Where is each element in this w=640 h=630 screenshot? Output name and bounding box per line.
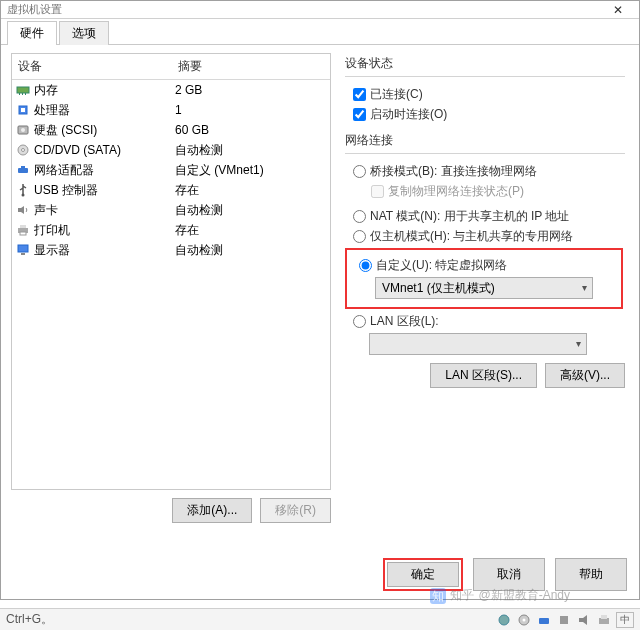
close-icon[interactable]: ✕ [603, 3, 633, 17]
tray-disk-icon[interactable] [496, 612, 512, 628]
device-summary: 存在 [171, 182, 330, 199]
bridged-label: 桥接模式(B): 直接连接物理网络 [370, 163, 537, 180]
lan-segment-select: ▾ [369, 333, 587, 355]
col-device: 设备 [12, 54, 172, 79]
titlebar: 虚拟机设置 ✕ [1, 1, 639, 19]
add-button[interactable]: 添加(A)... [172, 498, 252, 523]
device-row[interactable]: CD/DVD (SATA)自动检测 [12, 140, 330, 160]
svg-rect-18 [21, 253, 25, 255]
nat-label: NAT 模式(N): 用于共享主机的 IP 地址 [370, 208, 569, 225]
connect-on-start-input[interactable] [353, 108, 366, 121]
svg-rect-17 [18, 245, 28, 252]
custom-radio[interactable]: 自定义(U): 特定虚拟网络 [359, 257, 615, 274]
device-row[interactable]: 处理器1 [12, 100, 330, 120]
lan-segment-radio[interactable]: LAN 区段(L): [353, 313, 625, 330]
svg-rect-10 [18, 168, 28, 173]
device-rows: 内存2 GB处理器1硬盘 (SCSI)60 GBCD/DVD (SATA)自动检… [12, 80, 330, 260]
svg-point-7 [21, 128, 25, 132]
device-name: 硬盘 (SCSI) [34, 122, 171, 139]
svg-rect-25 [560, 616, 568, 624]
network-connection-legend: 网络连接 [345, 132, 625, 149]
svg-rect-15 [20, 225, 26, 228]
device-row[interactable]: 内存2 GB [12, 80, 330, 100]
connect-on-start-checkbox[interactable]: 启动时连接(O) [353, 106, 625, 123]
connect-on-start-label: 启动时连接(O) [370, 106, 447, 123]
device-row[interactable]: USB 控制器存在 [12, 180, 330, 200]
device-name: USB 控制器 [34, 182, 171, 199]
nat-radio[interactable]: NAT 模式(N): 用于共享主机的 IP 地址 [353, 208, 625, 225]
device-row[interactable]: 网络适配器自定义 (VMnet1) [12, 160, 330, 180]
device-status-group: 设备状态 已连接(C) 启动时连接(O) [345, 55, 625, 126]
device-summary: 存在 [171, 222, 330, 239]
help-button[interactable]: 帮助 [555, 558, 627, 591]
device-list: 设备 摘要 内存2 GB处理器1硬盘 (SCSI)60 GBCD/DVD (SA… [11, 53, 331, 490]
right-pane: 设备状态 已连接(C) 启动时连接(O) 网络连接 [331, 53, 629, 523]
connected-label: 已连接(C) [370, 86, 423, 103]
tray-cd-icon[interactable] [516, 612, 532, 628]
device-name: 处理器 [34, 102, 171, 119]
cancel-button[interactable]: 取消 [473, 558, 545, 591]
statusbar-text: Ctrl+G。 [6, 611, 53, 628]
ok-highlight-box: 确定 [383, 558, 463, 591]
chevron-down-icon: ▾ [576, 338, 581, 349]
tabstrip: 硬件 选项 [1, 19, 639, 45]
device-status-legend: 设备状态 [345, 55, 625, 72]
left-pane: 设备 摘要 内存2 GB处理器1硬盘 (SCSI)60 GBCD/DVD (SA… [11, 53, 331, 523]
device-row[interactable]: 打印机存在 [12, 220, 330, 240]
device-summary: 自动检测 [171, 242, 330, 259]
nat-input[interactable] [353, 210, 366, 223]
memory-icon [15, 82, 31, 98]
lan-segments-button[interactable]: LAN 区段(S)... [430, 363, 537, 388]
display-icon [15, 242, 31, 258]
statusbar: Ctrl+G。 中 [0, 608, 640, 630]
replicate-input [371, 185, 384, 198]
tab-hardware[interactable]: 硬件 [7, 21, 57, 45]
tray-lang-indicator[interactable]: 中 [616, 612, 634, 628]
ok-button[interactable]: 确定 [387, 562, 459, 587]
device-row[interactable]: 显示器自动检测 [12, 240, 330, 260]
device-row[interactable]: 声卡自动检测 [12, 200, 330, 220]
lan-segment-input[interactable] [353, 315, 366, 328]
svg-point-12 [22, 194, 25, 197]
custom-network-select[interactable]: VMnet1 (仅主机模式) ▾ [375, 277, 593, 299]
svg-rect-11 [21, 166, 25, 168]
svg-rect-16 [20, 232, 26, 235]
hostonly-label: 仅主机模式(H): 与主机共享的专用网络 [370, 228, 573, 245]
hostonly-input[interactable] [353, 230, 366, 243]
vm-settings-dialog: 虚拟机设置 ✕ 硬件 选项 设备 摘要 内存2 GB处理器1硬盘 (SCSI)6… [0, 0, 640, 600]
custom-highlight-box: 自定义(U): 特定虚拟网络 VMnet1 (仅主机模式) ▾ [345, 248, 623, 309]
device-name: 打印机 [34, 222, 171, 239]
device-summary: 2 GB [171, 83, 330, 97]
svg-marker-26 [579, 615, 587, 625]
tray-sound-icon[interactable] [576, 612, 592, 628]
cd-icon [15, 142, 31, 158]
svg-rect-28 [601, 615, 607, 619]
connected-input[interactable] [353, 88, 366, 101]
tray-network-icon[interactable] [536, 612, 552, 628]
tray-usb-icon[interactable] [556, 612, 572, 628]
left-buttons: 添加(A)... 移除(R) [11, 498, 331, 523]
system-tray: 中 [496, 612, 634, 628]
tab-options[interactable]: 选项 [59, 21, 109, 45]
device-name: 显示器 [34, 242, 171, 259]
svg-rect-0 [17, 87, 29, 93]
custom-label: 自定义(U): 特定虚拟网络 [376, 257, 507, 274]
custom-input[interactable] [359, 259, 372, 272]
connected-checkbox[interactable]: 已连接(C) [353, 86, 625, 103]
usb-icon [15, 182, 31, 198]
hostonly-radio[interactable]: 仅主机模式(H): 与主机共享的专用网络 [353, 228, 625, 245]
bridged-input[interactable] [353, 165, 366, 178]
tray-printer-icon[interactable] [596, 612, 612, 628]
network-connection-group: 网络连接 桥接模式(B): 直接连接物理网络 复制物理网络连接状态(P) NAT… [345, 132, 625, 388]
advanced-button[interactable]: 高级(V)... [545, 363, 625, 388]
remove-button[interactable]: 移除(R) [260, 498, 331, 523]
device-list-header: 设备 摘要 [12, 54, 330, 80]
disk-icon [15, 122, 31, 138]
network-action-row: LAN 区段(S)... 高级(V)... [345, 363, 625, 388]
replicate-label: 复制物理网络连接状态(P) [388, 183, 524, 200]
bridged-radio[interactable]: 桥接模式(B): 直接连接物理网络 [353, 163, 625, 180]
svg-rect-3 [25, 93, 26, 95]
svg-point-21 [499, 615, 509, 625]
device-row[interactable]: 硬盘 (SCSI)60 GB [12, 120, 330, 140]
device-name: 网络适配器 [34, 162, 171, 179]
